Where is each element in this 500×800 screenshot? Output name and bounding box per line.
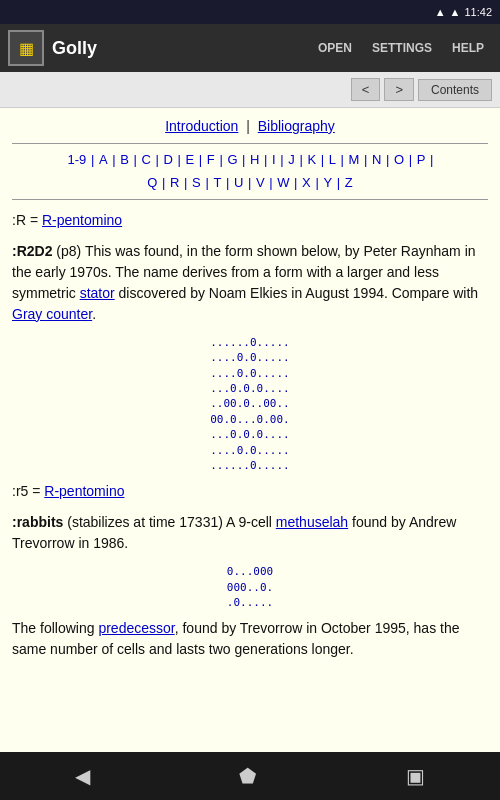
entry-r: :R = R-pentomino bbox=[12, 210, 488, 231]
back-button[interactable]: < bbox=[351, 78, 381, 101]
bottom-nav: ◀ ⬟ ▣ bbox=[0, 752, 500, 800]
alpha-nav: 1-9 | A | B | C | D | E | F | G | H | I … bbox=[12, 143, 488, 200]
intro-nav: Introduction | Bibliography bbox=[12, 116, 488, 137]
pattern-line-7: ...0.0.0.... bbox=[12, 427, 488, 442]
app-bar: ▦ Golly OPEN SETTINGS HELP bbox=[0, 24, 500, 72]
separator: | bbox=[246, 118, 250, 134]
entry-r5: :r5 = R-pentomino bbox=[12, 481, 488, 502]
entry-r2d2: :R2D2 (p8) This was found, in the form s… bbox=[12, 241, 488, 325]
content-area: Introduction | Bibliography 1-9 | A | B … bbox=[0, 108, 500, 752]
wifi-icon: ▲ bbox=[435, 6, 446, 18]
r-pentomino-link-1[interactable]: R-pentomino bbox=[42, 212, 122, 228]
forward-button[interactable]: > bbox=[384, 78, 414, 101]
alpha-D[interactable]: D bbox=[164, 152, 173, 167]
alpha-V[interactable]: V bbox=[256, 175, 265, 190]
gray-counter-link[interactable]: Gray counter bbox=[12, 306, 92, 322]
stator-link[interactable]: stator bbox=[80, 285, 115, 301]
alpha-U[interactable]: U bbox=[234, 175, 243, 190]
alpha-Q[interactable]: Q bbox=[147, 175, 157, 190]
alpha-F[interactable]: F bbox=[207, 152, 215, 167]
predecessor-link[interactable]: predecessor bbox=[98, 620, 174, 636]
pattern-line-3: ....0.0..... bbox=[12, 366, 488, 381]
entry-rabbits-detail: (stabilizes at time 17331) A 9-cell bbox=[63, 514, 275, 530]
alpha-I[interactable]: I bbox=[272, 152, 276, 167]
settings-button[interactable]: SETTINGS bbox=[364, 37, 440, 59]
alpha-E[interactable]: E bbox=[186, 152, 195, 167]
entry-rabbits-prefix: :rabbits bbox=[12, 514, 63, 530]
signal-icon: ▲ bbox=[450, 6, 461, 18]
bibliography-link[interactable]: Bibliography bbox=[258, 118, 335, 134]
alpha-S[interactable]: S bbox=[192, 175, 201, 190]
pattern-line-4: ...0.0.0.... bbox=[12, 381, 488, 396]
alpha-N[interactable]: N bbox=[372, 152, 381, 167]
status-bar: ▲ ▲ 11:42 bbox=[0, 0, 500, 24]
alpha-G[interactable]: G bbox=[227, 152, 237, 167]
followup-start: The following bbox=[12, 620, 98, 636]
alpha-W[interactable]: W bbox=[277, 175, 289, 190]
followup-text: The following predecessor, found by Trev… bbox=[12, 618, 488, 660]
app-icon: ▦ bbox=[8, 30, 44, 66]
alpha-T[interactable]: T bbox=[213, 175, 221, 190]
entry-rabbits: :rabbits (stabilizes at time 17331) A 9-… bbox=[12, 512, 488, 554]
recent-nav-button[interactable]: ▣ bbox=[386, 756, 445, 796]
alpha-M[interactable]: M bbox=[349, 152, 360, 167]
alpha-K[interactable]: K bbox=[307, 152, 316, 167]
alpha-Y[interactable]: Y bbox=[323, 175, 332, 190]
alpha-L[interactable]: L bbox=[329, 152, 336, 167]
app-title: Golly bbox=[52, 38, 302, 59]
alpha-P[interactable]: P bbox=[417, 152, 426, 167]
nav-bar: < > Contents bbox=[0, 72, 500, 108]
rabbits-pattern: 0...000 000..0. .0..... bbox=[12, 564, 488, 610]
alpha-1-9[interactable]: 1-9 bbox=[68, 152, 87, 167]
back-nav-button[interactable]: ◀ bbox=[55, 756, 110, 796]
status-icons: ▲ ▲ 11:42 bbox=[435, 6, 492, 18]
entry-r2d2-prefix: :R2D2 bbox=[12, 243, 52, 259]
alpha-J[interactable]: J bbox=[288, 152, 295, 167]
alpha-B[interactable]: B bbox=[120, 152, 129, 167]
alpha-Z[interactable]: Z bbox=[345, 175, 353, 190]
introduction-link[interactable]: Introduction bbox=[165, 118, 238, 134]
entry-r2d2-end: . bbox=[92, 306, 96, 322]
contents-button[interactable]: Contents bbox=[418, 79, 492, 101]
help-button[interactable]: HELP bbox=[444, 37, 492, 59]
alpha-line-2: Q | R | S | T | U | V | W | X | Y | Z bbox=[12, 171, 488, 194]
rabbits-line-3: .0..... bbox=[12, 595, 488, 610]
rabbits-line-2: 000..0. bbox=[12, 580, 488, 595]
pattern-line-9: ......0..... bbox=[12, 458, 488, 473]
entry-r2d2-middle: discovered by Noam Elkies in August 1994… bbox=[115, 285, 478, 301]
alpha-A[interactable]: A bbox=[99, 152, 108, 167]
alpha-X[interactable]: X bbox=[302, 175, 311, 190]
rabbits-line-1: 0...000 bbox=[12, 564, 488, 579]
alpha-C[interactable]: C bbox=[142, 152, 151, 167]
entry-r5-prefix: :r5 = bbox=[12, 483, 44, 499]
methuselah-link[interactable]: methuselah bbox=[276, 514, 348, 530]
home-nav-button[interactable]: ⬟ bbox=[219, 756, 276, 796]
pattern-line-2: ....0.0..... bbox=[12, 350, 488, 365]
time-display: 11:42 bbox=[464, 6, 492, 18]
entry-r-prefix: :R = bbox=[12, 212, 42, 228]
open-button[interactable]: OPEN bbox=[310, 37, 360, 59]
alpha-line-1: 1-9 | A | B | C | D | E | F | G | H | I … bbox=[12, 148, 488, 171]
r2d2-pattern: ......0..... ....0.0..... ....0.0..... .… bbox=[12, 335, 488, 474]
pattern-line-5: ..00.0..00.. bbox=[12, 396, 488, 411]
app-bar-actions: OPEN SETTINGS HELP bbox=[310, 37, 492, 59]
alpha-O[interactable]: O bbox=[394, 152, 404, 167]
pattern-line-1: ......0..... bbox=[12, 335, 488, 350]
pattern-line-6: 00.0...0.00. bbox=[12, 412, 488, 427]
r-pentomino-link-2[interactable]: R-pentomino bbox=[44, 483, 124, 499]
alpha-R[interactable]: R bbox=[170, 175, 179, 190]
alpha-H[interactable]: H bbox=[250, 152, 259, 167]
pattern-line-8: ....0.0..... bbox=[12, 443, 488, 458]
